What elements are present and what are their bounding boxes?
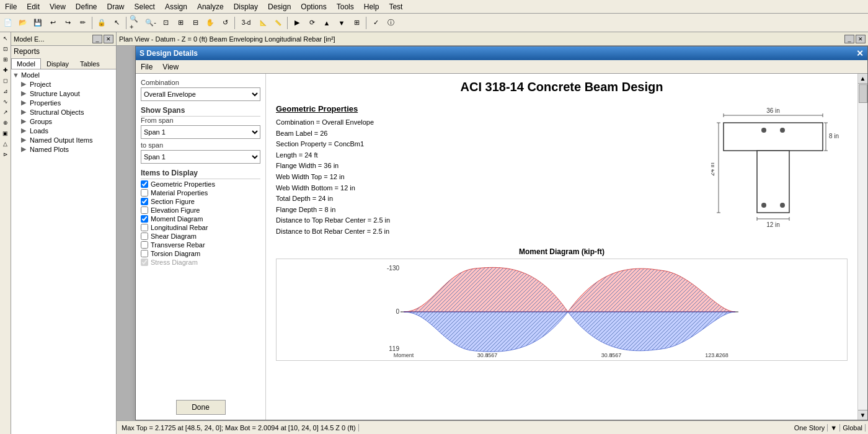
3d-button[interactable]: 3-d	[237, 16, 255, 30]
lock-button[interactable]: 🔒	[95, 16, 108, 30]
pan-button[interactable]: ✋	[203, 16, 217, 30]
vert-tool6[interactable]: ∿	[1, 97, 11, 107]
save-button[interactable]: 💾	[31, 16, 45, 30]
tree-named-output-items[interactable]: ▶ Named Output Items	[21, 135, 115, 144]
dialog-scrollbar[interactable]: ▲ ▼	[857, 74, 867, 420]
tree-named-plots[interactable]: ▶ Named Plots	[21, 144, 115, 154]
pen-button[interactable]: ✏	[76, 16, 89, 30]
tab-tables[interactable]: Tables	[74, 58, 105, 69]
tab-model[interactable]: Model	[11, 58, 41, 69]
scroll-up[interactable]: ▲	[858, 74, 867, 84]
info-button[interactable]: ⓘ	[384, 16, 397, 30]
dialog-menu-view[interactable]: View	[157, 61, 184, 73]
chk-moment-input[interactable]	[141, 215, 148, 223]
vert-tool3[interactable]: ✚	[1, 65, 11, 75]
vert-tool5[interactable]: ⊿	[1, 86, 11, 96]
run-button[interactable]: ▶	[290, 16, 304, 30]
vert-tool2[interactable]: ⊞	[1, 55, 11, 64]
loads-expand[interactable]: ▶	[21, 126, 30, 135]
menu-select[interactable]: Select	[130, 2, 160, 11]
tree-root-expand[interactable]: ▼	[12, 71, 21, 79]
menu-define[interactable]: Define	[71, 2, 102, 11]
chk-material-input[interactable]	[141, 189, 148, 197]
view-title: Plan View - Datum - Z = 0 (ft) Beam Enve…	[119, 35, 335, 43]
view-close[interactable]: ✕	[856, 35, 866, 43]
plan-button[interactable]: 📐	[256, 16, 270, 30]
combination-select[interactable]: Overall Envelope	[141, 87, 260, 101]
tree-loads[interactable]: ▶ Loads	[21, 126, 115, 135]
menu-help[interactable]: Help	[359, 2, 384, 11]
tree-project[interactable]: ▶ Project	[21, 79, 115, 89]
new-button[interactable]: 📄	[1, 16, 15, 30]
named-output-items-expand[interactable]: ▶	[21, 136, 30, 144]
menu-test[interactable]: Test	[384, 2, 407, 11]
vert-tool1[interactable]: ⊡	[1, 44, 11, 54]
menu-analyze[interactable]: Analyze	[192, 2, 229, 11]
check-button[interactable]: ✓	[369, 16, 383, 30]
done-button[interactable]: Done	[176, 400, 226, 415]
tree-structure-layout[interactable]: ▶ Structure Layout	[21, 89, 115, 98]
to-span-select[interactable]: Span 1	[141, 150, 260, 164]
refresh-button[interactable]: ↺	[218, 16, 232, 30]
dialog-close-button[interactable]: ✕	[856, 48, 864, 58]
project-expand[interactable]: ▶	[21, 80, 30, 88]
story-dropdown[interactable]: ▼	[828, 424, 840, 432]
from-span-select[interactable]: Span 1	[141, 125, 260, 139]
menu-view[interactable]: View	[45, 2, 71, 11]
tree-properties[interactable]: ▶ Properties	[21, 98, 115, 107]
chk-elevation-input[interactable]	[141, 206, 148, 214]
tree-groups[interactable]: ▶ Groups	[21, 117, 115, 126]
named-plots-expand[interactable]: ▶	[21, 145, 30, 153]
vert-tool4[interactable]: ◻	[1, 76, 11, 86]
menu-design[interactable]: Design	[263, 2, 296, 11]
rotate-button[interactable]: ⟳	[305, 16, 319, 30]
structure-layout-expand[interactable]: ▶	[21, 89, 30, 97]
view-content[interactable]: A B C D 24 ft 24 ft 24 ft 4 3	[117, 46, 868, 420]
grid-button[interactable]: ⊞	[350, 16, 363, 30]
menu-edit[interactable]: Edit	[22, 2, 45, 11]
panel-close[interactable]: ✕	[104, 35, 113, 43]
vert-select[interactable]: ↖	[1, 33, 11, 43]
menu-tools[interactable]: Tools	[332, 2, 359, 11]
up-button[interactable]: ▲	[320, 16, 334, 30]
panel-minimize[interactable]: _	[92, 35, 102, 43]
menu-assign[interactable]: Assign	[160, 2, 192, 11]
chk-transverse-input[interactable]	[141, 241, 148, 249]
zoom-all-button[interactable]: ⊞	[174, 16, 187, 30]
view-minimize[interactable]: _	[844, 35, 854, 43]
tab-display[interactable]: Display	[41, 58, 74, 69]
zoom-rect-button[interactable]: ⊡	[159, 16, 172, 30]
menu-display[interactable]: Display	[229, 2, 263, 11]
tree-structural-objects[interactable]: ▶ Structural Objects	[21, 107, 115, 117]
pointer-button[interactable]: ↖	[110, 16, 123, 30]
groups-expand[interactable]: ▶	[21, 117, 30, 125]
zoom-out-button[interactable]: 🔍-	[144, 16, 157, 30]
open-button[interactable]: 📂	[16, 16, 30, 30]
structural-objects-expand[interactable]: ▶	[21, 108, 30, 116]
vert-tool9[interactable]: ▣	[1, 128, 11, 138]
chk-section-figure-input[interactable]	[141, 198, 148, 205]
vert-tool7[interactable]: ↗	[1, 107, 11, 117]
redo-button[interactable]: ↪	[61, 16, 74, 30]
menu-file[interactable]: File	[0, 2, 22, 11]
chk-geometric-input[interactable]	[141, 180, 148, 188]
vert-tool10[interactable]: △	[1, 139, 11, 149]
chk-torsion-input[interactable]	[141, 250, 148, 257]
properties-expand[interactable]: ▶	[21, 99, 30, 107]
menu-draw[interactable]: Draw	[102, 2, 130, 11]
elev-button[interactable]: 📏	[271, 16, 285, 30]
tree-root[interactable]: ▼ Model	[12, 71, 115, 79]
undo-button[interactable]: ↩	[46, 16, 60, 30]
vert-tool8[interactable]: ⊕	[1, 118, 11, 128]
zoom-in-button[interactable]: 🔍+	[129, 16, 143, 30]
menu-options[interactable]: Options	[296, 2, 331, 11]
scroll-thumb[interactable]	[859, 84, 867, 103]
dialog-menu-file[interactable]: File	[136, 61, 157, 73]
chk-long-rebar-input[interactable]	[141, 224, 148, 231]
status-story: One Story	[792, 424, 828, 432]
vert-tool11[interactable]: ⊳	[1, 149, 11, 159]
chk-shear-input[interactable]	[141, 232, 148, 240]
zoom-prev-button[interactable]: ⊟	[188, 16, 202, 30]
down-button[interactable]: ▼	[335, 16, 348, 30]
scroll-down[interactable]: ▼	[858, 410, 867, 420]
